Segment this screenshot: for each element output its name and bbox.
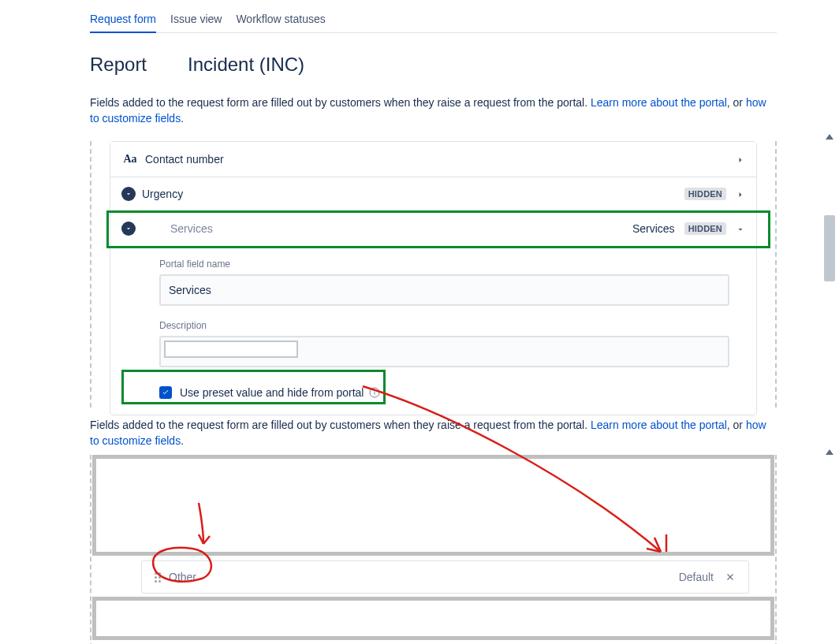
portal-field-name-input[interactable] bbox=[159, 274, 729, 306]
annotation-grey-band-1 bbox=[92, 455, 774, 556]
preset-value-chip-row[interactable]: Other Default bbox=[141, 560, 749, 594]
close-icon[interactable] bbox=[725, 571, 736, 583]
link-learn-portal[interactable]: Learn more about the portal bbox=[591, 96, 727, 109]
drag-handle-icon[interactable] bbox=[155, 572, 164, 582]
chip-other: Other bbox=[155, 571, 196, 583]
field-row-contact-number[interactable]: Aa Contact number bbox=[110, 142, 756, 177]
chevron-down-circle-icon bbox=[121, 221, 136, 236]
hidden-badge: HIDDEN bbox=[684, 188, 726, 200]
tab-request-form[interactable]: Request form bbox=[90, 8, 156, 33]
description-input[interactable] bbox=[159, 336, 729, 367]
field-expanded-services: Portal field name Description Use preset… bbox=[110, 246, 756, 415]
chevron-right-icon bbox=[736, 189, 745, 199]
chip-label: Other bbox=[169, 571, 196, 583]
tab-issue-view[interactable]: Issue view bbox=[170, 8, 222, 32]
hidden-badge: HIDDEN bbox=[684, 222, 726, 235]
field-right-label: Services bbox=[632, 222, 675, 235]
preset-value-checkbox[interactable] bbox=[159, 386, 172, 399]
tab-workflow-statuses[interactable]: Workflow statuses bbox=[236, 8, 325, 32]
svg-point-2 bbox=[375, 389, 375, 390]
description-label: Description bbox=[159, 320, 729, 331]
page-title-2: Incident (INC) bbox=[188, 54, 304, 76]
field-label: Services bbox=[170, 222, 632, 235]
info-icon[interactable] bbox=[368, 386, 381, 399]
field-row-urgency[interactable]: Urgency HIDDEN bbox=[110, 177, 756, 211]
field-label: Contact number bbox=[145, 153, 736, 166]
text-field-icon: Aa bbox=[121, 153, 139, 166]
help-text-1: Fields added to the request form are fil… bbox=[90, 95, 777, 127]
chip-default-label: Default bbox=[679, 571, 714, 583]
link-learn-portal-2[interactable]: Learn more about the portal bbox=[591, 419, 727, 431]
portal-field-name-label: Portal field name bbox=[159, 259, 729, 270]
scrollbar-2[interactable] bbox=[822, 449, 837, 458]
field-row-services[interactable]: Services Services HIDDEN bbox=[110, 211, 756, 246]
page-title-1: Report bbox=[90, 54, 147, 76]
scrollbar-1[interactable] bbox=[822, 134, 837, 644]
chevron-down-icon bbox=[736, 224, 745, 233]
field-label: Urgency bbox=[142, 188, 684, 200]
annotation-grey-band-2 bbox=[92, 597, 774, 640]
tabs: Request form Issue view Workflow statuse… bbox=[90, 0, 777, 33]
chevron-down-circle-icon bbox=[121, 187, 136, 201]
chevron-right-icon bbox=[736, 154, 745, 164]
preset-value-label: Use preset value and hide from portal bbox=[180, 386, 364, 399]
help-text-2: Fields added to the request form are fil… bbox=[90, 417, 777, 449]
